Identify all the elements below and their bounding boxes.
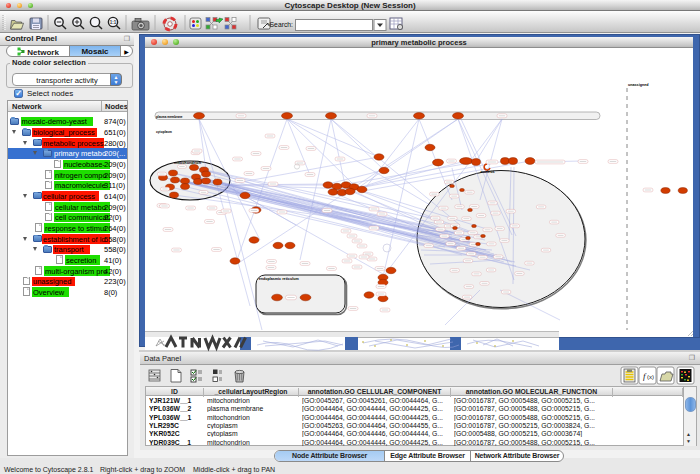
svg-text:unassigned: unassigned [628, 82, 649, 87]
svg-text:nucleus: nucleus [481, 169, 495, 174]
svg-text:(x): (x) [647, 374, 654, 380]
svg-text:endoplasmic reticulum: endoplasmic reticulum [259, 276, 299, 281]
svg-text:plasma membrane: plasma membrane [156, 114, 183, 119]
svg-text:cytoplasm: cytoplasm [156, 129, 172, 134]
svg-text:Search:: Search: [270, 21, 294, 28]
svg-text:mitochondrion: mitochondrion [174, 160, 201, 165]
svg-text:1:1: 1:1 [110, 20, 117, 25]
